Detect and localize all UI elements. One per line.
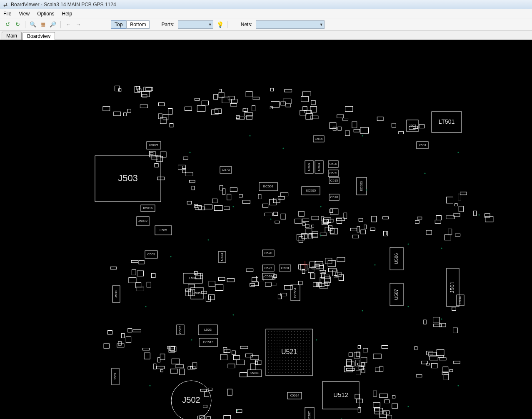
layer-bottom-button[interactable]: Bottom (126, 20, 150, 29)
tab-main[interactable]: Main (2, 32, 22, 40)
svg-rect-582 (346, 359, 351, 365)
svg-rect-389 (155, 163, 158, 167)
svg-text:K5018: K5018 (250, 371, 260, 375)
svg-rect-464 (446, 216, 455, 219)
svg-rect-587 (375, 368, 380, 372)
svg-point-668 (366, 189, 367, 190)
svg-point-195 (303, 354, 304, 355)
svg-rect-595 (363, 348, 368, 352)
svg-rect-400 (227, 194, 231, 200)
svg-point-203 (306, 334, 307, 335)
svg-rect-635 (207, 417, 210, 419)
svg-rect-506 (285, 285, 292, 289)
svg-point-121 (288, 357, 289, 358)
svg-rect-540 (143, 348, 150, 350)
svg-rect-553 (171, 347, 176, 352)
svg-point-215 (306, 369, 307, 370)
tab-boardview[interactable]: Boardview (22, 32, 55, 40)
svg-text:C559: C559 (147, 252, 155, 256)
svg-rect-363 (270, 107, 272, 109)
svg-rect-638 (198, 416, 205, 419)
svg-rect-580 (349, 353, 352, 357)
layer-top-button[interactable]: Top (111, 20, 126, 29)
zoom-in-icon[interactable]: 🔍 (29, 20, 37, 29)
svg-point-175 (300, 340, 301, 341)
svg-text:U521: U521 (281, 348, 297, 355)
nav-next-icon[interactable]: → (74, 20, 82, 29)
zoom-fit-icon[interactable]: ▦ (39, 20, 47, 29)
svg-rect-610 (454, 361, 460, 364)
svg-point-72 (280, 346, 280, 347)
svg-rect-596 (354, 352, 360, 358)
svg-point-154 (294, 366, 295, 367)
zoom-out-icon[interactable]: 🔎 (49, 20, 57, 29)
svg-point-145 (294, 340, 295, 341)
nets-combobox[interactable]: ▼ (256, 20, 325, 29)
svg-rect-415 (243, 200, 250, 204)
titlebar: ⇄ BoardViewer - Scala3 14 MAIN PCB GPS 1… (0, 0, 532, 9)
svg-point-34 (271, 366, 272, 367)
svg-point-99 (285, 337, 286, 338)
svg-point-56 (277, 343, 277, 344)
svg-point-163 (297, 349, 298, 349)
svg-rect-330 (170, 123, 173, 127)
svg-rect-644 (455, 204, 457, 206)
svg-text:EC505: EC505 (306, 189, 316, 192)
svg-point-143 (294, 334, 295, 335)
rotate-ccw-icon[interactable]: ↺ (3, 20, 12, 29)
svg-point-166 (297, 357, 298, 358)
pcb-canvas[interactable]: J503J502LT501U521U512U506U507J501U5207L5… (0, 40, 532, 419)
menu-help[interactable]: Help (62, 11, 72, 17)
svg-point-191 (303, 343, 304, 344)
svg-point-107 (285, 360, 286, 361)
svg-rect-360 (310, 107, 317, 112)
svg-point-130 (291, 340, 292, 341)
svg-rect-601 (437, 349, 444, 355)
svg-rect-575 (250, 364, 255, 370)
svg-rect-366 (310, 116, 318, 119)
svg-rect-328 (163, 115, 168, 120)
svg-point-197 (303, 360, 304, 361)
svg-rect-458 (383, 231, 387, 235)
svg-point-10 (268, 340, 269, 341)
svg-point-97 (285, 331, 286, 332)
svg-text:C573: C573 (222, 168, 230, 172)
highlight-bulb-icon[interactable]: 💡 (217, 21, 224, 28)
svg-point-158 (297, 334, 298, 335)
svg-rect-352 (219, 89, 222, 92)
menu-file[interactable]: File (3, 11, 11, 17)
svg-point-653 (189, 152, 190, 153)
svg-point-146 (294, 343, 295, 344)
svg-rect-429 (337, 219, 342, 224)
svg-point-196 (303, 357, 304, 358)
svg-point-194 (303, 352, 304, 352)
svg-point-160 (297, 340, 298, 341)
parts-combobox[interactable]: ▼ (178, 20, 213, 29)
svg-point-678 (237, 410, 238, 411)
nav-prev-icon[interactable]: ← (64, 20, 72, 29)
rotate-cw-icon[interactable]: ↻ (13, 20, 22, 29)
svg-point-222 (309, 346, 310, 347)
svg-point-69 (280, 337, 280, 338)
nets-label: Nets: (241, 22, 252, 27)
svg-point-174 (300, 337, 301, 338)
svg-text:C518: C518 (330, 195, 338, 199)
svg-point-81 (280, 372, 280, 373)
svg-rect-441 (325, 227, 330, 233)
svg-point-21 (268, 372, 269, 373)
svg-point-664 (362, 310, 363, 311)
svg-rect-432 (302, 223, 305, 225)
menu-options[interactable]: Options (37, 11, 54, 17)
svg-point-101 (285, 343, 286, 344)
chevron-down-icon: ▼ (320, 22, 323, 27)
menu-view[interactable]: View (19, 11, 30, 17)
svg-point-132 (291, 346, 292, 347)
svg-point-159 (297, 337, 298, 338)
svg-rect-497 (271, 283, 276, 286)
svg-rect-365 (286, 104, 291, 107)
svg-point-94 (282, 366, 283, 367)
svg-point-192 (303, 346, 304, 347)
svg-point-141 (291, 372, 292, 373)
svg-point-17 (268, 360, 269, 361)
svg-text:C514: C514 (315, 137, 323, 141)
